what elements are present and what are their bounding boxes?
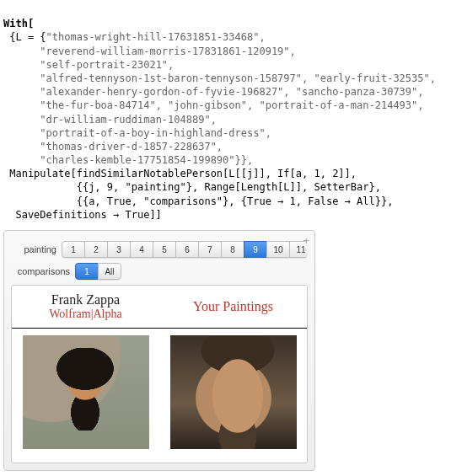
comparisons-setterbar[interactable]: 1All — [75, 263, 121, 280]
code-item-8: "thomas-driver-d-1857-228637", — [40, 141, 223, 152]
expand-icon[interactable]: + — [303, 234, 309, 247]
painting-option-2[interactable]: 2 — [84, 241, 107, 258]
painting-label: painting — [11, 244, 62, 254]
person-name: Frank Zappa — [22, 292, 149, 308]
painting-option-6[interactable]: 6 — [175, 241, 198, 258]
painting-control-row: painting 1234567891011121314 — [11, 241, 308, 258]
code-manip3: {{a, True, "comparisons"}, {True → 1, Fa… — [3, 195, 393, 207]
code-item-9: "charles-kemble-17751854-199890"}}, — [40, 154, 253, 166]
painting-option-5[interactable]: 5 — [153, 241, 175, 258]
painting-image-cell — [159, 329, 307, 459]
painting-option-10[interactable]: 10 — [266, 241, 289, 258]
code-manip2: {{j, 9, "painting"}, Range[Length[L]], S… — [3, 181, 381, 193]
painting-option-8[interactable]: 8 — [221, 241, 244, 258]
code-save: SaveDefinitions → True]] — [3, 209, 162, 221]
code-with: With[ — [3, 18, 34, 29]
person-source: Wolfram|Alpha — [22, 308, 149, 321]
comparisons-option-1[interactable]: 1 — [75, 263, 98, 280]
code-item-6: "dr-william-ruddiman-104889", — [40, 114, 217, 126]
result-header-left: Frank Zappa Wolfram|Alpha — [12, 286, 159, 329]
painting-option-7[interactable]: 7 — [198, 241, 221, 258]
code-cell: With[ {L = {"thomas-wright-hill-17631851… — [3, 3, 459, 222]
person-image-cell — [12, 329, 159, 459]
comparisons-control-row: comparisons 1All — [11, 263, 308, 280]
result-header-right: Your Paintings — [159, 286, 307, 329]
painting-option-1[interactable]: 1 — [62, 241, 84, 258]
code-item-3: "alfred-tennyson-1st-baron-tennyson-1587… — [40, 72, 436, 84]
painting-image — [170, 335, 297, 449]
comparisons-option-All[interactable]: All — [98, 263, 121, 280]
painting-option-9[interactable]: 9 — [244, 241, 266, 258]
code-listdecl: {L = { — [3, 31, 46, 43]
painting-setterbar[interactable]: 1234567891011121314 — [62, 241, 308, 258]
code-item-4: "alexander-henry-gordon-of-fyvie-196827"… — [40, 86, 423, 98]
result-table: Frank Zappa Wolfram|Alpha Your Paintings — [12, 286, 307, 458]
painting-source: Your Paintings — [169, 299, 297, 314]
output-box: Frank Zappa Wolfram|Alpha Your Paintings — [11, 285, 308, 463]
code-item-7: "portrait-of-a-boy-in-highland-dress", — [40, 127, 271, 139]
manipulate-panel: + painting 1234567891011121314 compariso… — [3, 230, 315, 471]
painting-option-4[interactable]: 4 — [130, 241, 153, 258]
code-item-0: "thomas-wright-hill-17631851-33468", — [46, 31, 266, 43]
person-image — [23, 335, 149, 449]
code-manip1: Manipulate[findSimilarNotablePerson[L[[j… — [3, 168, 357, 179]
code-item-2: "self-portrait-23021", — [40, 59, 174, 71]
code-item-5: "the-fur-boa-84714", "john-gibson", "por… — [40, 99, 423, 111]
comparisons-label: comparisons — [11, 266, 75, 276]
code-item-1: "reverend-william-morris-17831861-120919… — [40, 45, 295, 57]
painting-option-3[interactable]: 3 — [107, 241, 130, 258]
